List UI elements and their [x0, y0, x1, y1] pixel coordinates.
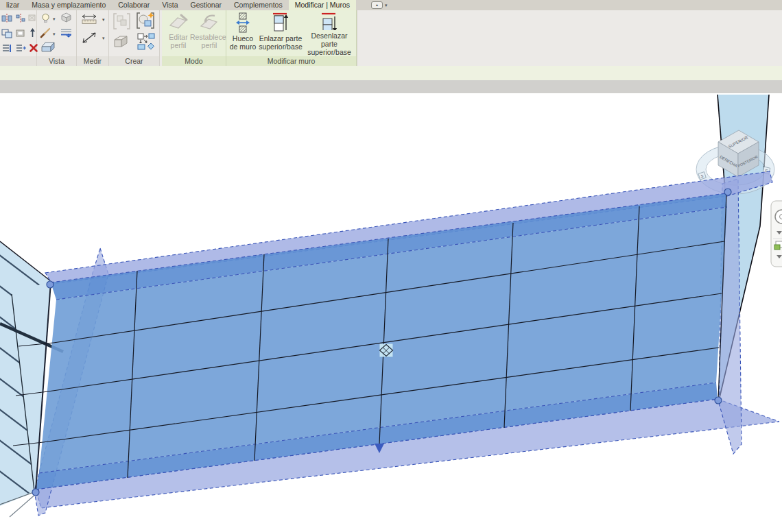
panel-crear: Crear: [109, 10, 160, 66]
panel-label-modificar: [0, 56, 36, 66]
create-similar-icon[interactable]: [135, 11, 156, 30]
linework-icon[interactable]: [60, 27, 73, 39]
chevron-down-icon[interactable]: ▾: [102, 17, 105, 23]
tab-analizar-partial[interactable]: lizar: [0, 0, 25, 10]
chevron-down-icon: ▾: [385, 3, 388, 8]
lightbulb-icon[interactable]: [40, 12, 51, 24]
svg-text:S: S: [700, 174, 703, 178]
mirror-icon[interactable]: [15, 28, 26, 38]
ribbon-toggle-icon: ▴: [371, 1, 383, 9]
panel-label-modificar-muro: Modificar muro: [226, 56, 356, 66]
options-bar-secondary: [0, 80, 782, 93]
rotate-disabled-icon: [27, 13, 37, 23]
grip-top-left[interactable]: [47, 281, 54, 288]
wall-opening-icon: [235, 12, 250, 33]
editar-perfil-button: Editarperfil: [163, 10, 193, 56]
align-center-icon[interactable]: [15, 13, 26, 23]
offset-icon[interactable]: [1, 28, 12, 38]
tab-modificar-muros[interactable]: Modificar | Muros: [289, 0, 356, 10]
dimension-icon[interactable]: [81, 31, 97, 45]
chevron-down-icon[interactable]: ▾: [102, 36, 105, 41]
trim-icon[interactable]: [1, 43, 12, 53]
paste-insert-icon[interactable]: [137, 32, 156, 52]
center-diamond-grip[interactable]: [380, 344, 393, 357]
grip-bottom-left[interactable]: [32, 489, 39, 496]
chevron-down-icon[interactable]: ▾: [53, 16, 56, 22]
options-bar: [0, 66, 782, 80]
section-box-icon[interactable]: [60, 12, 72, 23]
ribbon: ▾ ▾ Vista: [0, 10, 782, 66]
panel-label-medir: Medir: [77, 56, 108, 66]
tab-masa-y-emplazamiento[interactable]: Masa y emplazamiento: [25, 0, 112, 10]
viewport-3d[interactable]: S E SUPERIOR DERECHA POSTERIOR: [0, 93, 782, 532]
ribbon-tab-bar: lizar Masa y emplazamiento Colaborar Vis…: [0, 0, 782, 10]
panel-label-modo: Modo: [162, 56, 226, 66]
enlazar-parte-button[interactable]: Enlazar partesuperior/base: [258, 10, 303, 56]
load-family-icon[interactable]: [112, 34, 132, 50]
paintbrush-icon[interactable]: [40, 27, 51, 38]
revit-window: lizar Masa y emplazamiento Colaborar Vis…: [0, 0, 782, 532]
align-icon[interactable]: [1, 13, 12, 23]
create-group-icon: [112, 12, 131, 30]
restablecer-perfil-button: Restablecerperfil: [193, 10, 225, 56]
tab-gestionar[interactable]: Gestionar: [185, 0, 228, 10]
detach-top-base-icon: [320, 12, 338, 30]
measure-icon[interactable]: [80, 14, 99, 25]
panel-vista: ▾ ▾ Vista: [37, 10, 77, 66]
attach-top-base-icon: [272, 12, 289, 33]
panel-modo: Editarperfil Restablecerperfil Modo: [162, 10, 226, 66]
grip-top-right[interactable]: [724, 189, 731, 195]
3d-scene: S E SUPERIOR DERECHA POSTERIOR: [0, 93, 782, 532]
chevron-down-icon[interactable]: ▾: [53, 32, 56, 37]
tab-complementos[interactable]: Complementos: [228, 0, 289, 10]
panel-modificar-muro: Huecode muro Enlazar partesuperior/base: [226, 10, 357, 66]
split-icon[interactable]: [15, 43, 26, 53]
edit-profile-icon: [167, 12, 189, 32]
view-3d-box-icon[interactable]: [41, 41, 56, 53]
navigation-bar[interactable]: [771, 201, 782, 267]
tab-vista[interactable]: Vista: [156, 0, 184, 10]
panel-label-crear: Crear: [109, 56, 159, 66]
hueco-de-muro-button[interactable]: Huecode muro: [228, 10, 258, 56]
tab-colaborar[interactable]: Colaborar: [112, 0, 156, 10]
desenlazar-parte-button[interactable]: Desenlazar partesuperior/base: [303, 10, 355, 56]
reset-profile-icon: [198, 12, 220, 32]
pin-icon[interactable]: [28, 27, 37, 38]
ribbon-display-toggle[interactable]: ▴ ▾: [367, 0, 392, 10]
panel-medir: ▾ ▾ Medir: [77, 10, 109, 66]
panel-modificar-partial: [0, 10, 37, 66]
grip-bottom-right[interactable]: [715, 397, 722, 404]
panel-label-vista: Vista: [37, 56, 76, 66]
